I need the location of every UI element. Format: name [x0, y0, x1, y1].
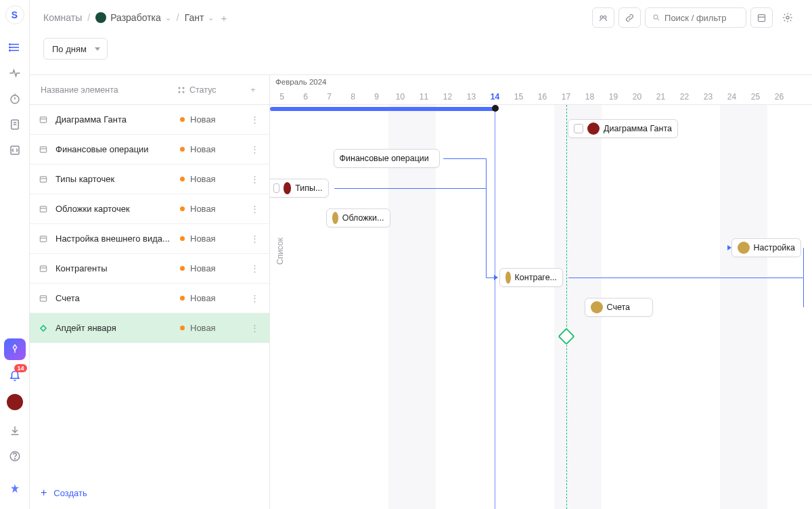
svg-point-28: [179, 91, 181, 93]
sidebar-nav: S 14: [0, 0, 30, 509]
svg-rect-38: [40, 236, 46, 241]
add-column-button[interactable]: +: [245, 85, 261, 95]
day-header[interactable]: 6: [294, 92, 317, 102]
nav-doc-icon[interactable]: [4, 114, 26, 135]
svg-rect-30: [40, 116, 46, 122]
breadcrumb-view[interactable]: Гант ⌄: [185, 12, 215, 23]
download-icon[interactable]: [4, 420, 26, 441]
row-status: Новая: [180, 323, 248, 333]
row-status: Новая: [180, 204, 248, 214]
gantt-task[interactable]: Счета: [585, 298, 654, 317]
day-header[interactable]: 8: [341, 92, 365, 102]
search-input[interactable]: [664, 13, 739, 23]
rocket-button[interactable]: [4, 338, 26, 360]
breadcrumb-rooms[interactable]: Комнаты: [43, 12, 82, 23]
apps-icon[interactable]: [4, 478, 26, 500]
progress-knob[interactable]: [492, 105, 499, 112]
gantt-task[interactable]: Контраге...: [499, 268, 564, 287]
create-button[interactable]: + Создать: [30, 477, 269, 509]
link-button[interactable]: [618, 7, 641, 28]
table-row[interactable]: СчетаНовая⋮: [30, 284, 269, 313]
day-header[interactable]: 13: [459, 92, 483, 102]
add-view-button[interactable]: +: [221, 12, 227, 24]
help-icon[interactable]: [4, 445, 26, 467]
table-row[interactable]: Диаграмма ГантаНовая⋮: [30, 105, 269, 135]
row-menu-button[interactable]: ⋮: [248, 234, 261, 244]
milestone-icon: [38, 323, 49, 334]
day-header[interactable]: 24: [720, 92, 744, 102]
chevron-down-icon: ⌄: [208, 14, 214, 22]
scale-select[interactable]: По дням: [43, 38, 108, 60]
row-status: Новая: [180, 234, 248, 244]
nav-timer-icon[interactable]: [4, 88, 26, 110]
table-row[interactable]: Типы карточекНовая⋮: [30, 164, 269, 194]
gantt-task[interactable]: Диаграмма Ганта: [568, 119, 678, 138]
row-name: Обложки карточек: [55, 204, 180, 214]
layout-button[interactable]: [750, 7, 773, 28]
row-name: Диаграмма Ганта: [55, 114, 180, 125]
svg-point-18: [14, 458, 15, 459]
svg-point-29: [183, 91, 185, 93]
svg-rect-42: [40, 295, 46, 301]
table-row[interactable]: Обложки карточекНовая⋮: [30, 194, 269, 224]
row-name: Контрагенты: [55, 263, 180, 273]
card-icon: [38, 144, 49, 155]
day-header[interactable]: 14: [483, 92, 507, 102]
user-avatar[interactable]: [7, 394, 23, 410]
day-header[interactable]: 20: [625, 92, 649, 102]
day-header[interactable]: 22: [673, 92, 696, 102]
row-menu-button[interactable]: ⋮: [248, 144, 261, 154]
day-header[interactable]: 26: [767, 92, 791, 102]
day-header[interactable]: 23: [696, 92, 720, 102]
day-header[interactable]: 21: [649, 92, 673, 102]
topbar: Комнаты / Разработка ⌄ / Гант ⌄ +: [30, 0, 812, 35]
day-header[interactable]: 12: [436, 92, 459, 102]
assignee-avatar: [738, 242, 750, 254]
day-header[interactable]: 9: [365, 92, 388, 102]
row-menu-button[interactable]: ⋮: [248, 293, 261, 303]
gantt-task[interactable]: Типы...: [270, 179, 329, 198]
row-menu-button[interactable]: ⋮: [248, 174, 261, 184]
table-row[interactable]: Финансовые операцииНовая⋮: [30, 135, 269, 164]
gantt-panel: Список Февраль 2024 56789101112131415161…: [270, 75, 812, 509]
row-menu-button[interactable]: ⋮: [248, 323, 261, 333]
gantt-task[interactable]: Финансовые операции: [334, 149, 441, 168]
breadcrumb-project[interactable]: Разработка ⌄: [95, 12, 171, 23]
gantt-task[interactable]: Обложки...: [326, 208, 390, 227]
nav-code-icon[interactable]: [4, 139, 26, 161]
row-menu-button[interactable]: ⋮: [248, 114, 261, 125]
settings-button[interactable]: [777, 7, 798, 28]
share-button[interactable]: [592, 7, 614, 28]
notifications-button[interactable]: 14: [4, 366, 26, 387]
day-header[interactable]: 17: [554, 92, 578, 102]
day-header[interactable]: 18: [578, 92, 602, 102]
day-header[interactable]: 19: [602, 92, 625, 102]
svg-point-20: [604, 16, 606, 18]
gantt-task[interactable]: Настройка: [731, 238, 802, 257]
checkbox-icon: [574, 124, 583, 133]
svg-rect-23: [759, 14, 765, 21]
day-header[interactable]: 5: [270, 92, 294, 102]
chevron-down-icon: ⌄: [165, 14, 171, 22]
nav-list-icon[interactable]: [4, 37, 26, 58]
row-menu-button[interactable]: ⋮: [248, 263, 261, 273]
toolbar: По дням: [30, 35, 812, 62]
column-status: Статус: [177, 85, 245, 95]
day-header[interactable]: 7: [317, 92, 341, 102]
app-logo[interactable]: S: [5, 5, 24, 24]
row-menu-button[interactable]: ⋮: [248, 204, 261, 214]
row-status: Новая: [180, 263, 248, 273]
day-header[interactable]: 15: [507, 92, 531, 102]
day-header[interactable]: 11: [412, 92, 436, 102]
table-row[interactable]: КонтрагентыНовая⋮: [30, 254, 269, 284]
day-header[interactable]: 25: [744, 92, 767, 102]
day-header[interactable]: 16: [531, 92, 554, 102]
table-row[interactable]: Настройка внешнего вида...Новая⋮: [30, 224, 269, 254]
svg-point-4: [9, 47, 10, 48]
table-row[interactable]: Апдейт январяНовая⋮: [30, 313, 269, 343]
day-header[interactable]: 10: [388, 92, 412, 102]
svg-point-25: [786, 16, 789, 19]
search-box[interactable]: [645, 7, 746, 28]
nav-activity-icon[interactable]: [4, 62, 26, 84]
assignee-avatar: [332, 212, 338, 224]
